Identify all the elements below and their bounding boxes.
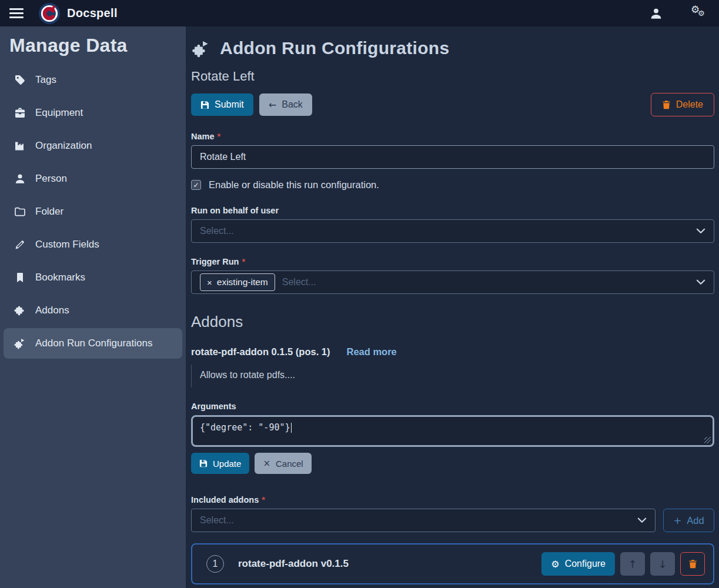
- person-icon: [14, 173, 26, 185]
- arrow-up-icon: ↑: [628, 558, 637, 570]
- puzzle-play-icon: [14, 338, 26, 349]
- sidebar-title: Manage Data: [0, 26, 186, 64]
- included-addon-card: 1 rotate-pdf-addon v0.1.5 ⚙ Configure ↑ …: [191, 543, 714, 584]
- sidebar-item-label: Equipment: [35, 107, 83, 119]
- submit-button[interactable]: Submit: [191, 93, 253, 116]
- update-button[interactable]: Update: [191, 453, 249, 474]
- sidebar-item-label: Tags: [35, 74, 56, 86]
- move-up-button[interactable]: ↑: [620, 552, 645, 576]
- add-addon-button[interactable]: + Add: [663, 509, 714, 532]
- gear-icon: ⚙: [551, 559, 559, 570]
- required-marker: *: [262, 495, 265, 505]
- sidebar-item-custom-fields[interactable]: Custom Fields: [0, 228, 186, 261]
- trash-icon: [688, 559, 697, 569]
- read-more-link[interactable]: Read more: [347, 346, 397, 358]
- user-icon[interactable]: [650, 7, 663, 20]
- delete-button[interactable]: Delete: [651, 93, 714, 116]
- sidebar-item-organization[interactable]: Organization: [0, 129, 186, 162]
- sidebar-item-label: Custom Fields: [35, 239, 99, 250]
- industry-icon: [14, 140, 26, 152]
- sidebar-item-label: Addon Run Configurations: [35, 338, 152, 349]
- pen-icon: [14, 239, 26, 250]
- included-addons-row: Select... + Add: [191, 509, 714, 532]
- resize-handle[interactable]: [704, 437, 711, 443]
- puzzle-icon: [14, 305, 26, 316]
- trigger-run-label: Trigger Run *: [191, 257, 714, 266]
- save-icon: [199, 459, 208, 467]
- name-input[interactable]: Rotate Left: [191, 145, 714, 169]
- run-on-behalf-label: Run on behalf of user: [191, 206, 714, 215]
- main-content: Addon Run Configurations Rotate Left Sub…: [186, 26, 719, 588]
- chevron-down-icon: [637, 517, 647, 523]
- arrow-down-icon: ↓: [658, 558, 667, 570]
- card-actions: ⚙ Configure ↑ ↓: [541, 552, 705, 576]
- trash-icon: [662, 100, 671, 109]
- top-navbar: Docspell ⚙ ⚙: [0, 0, 719, 26]
- name-label: Name *: [191, 132, 714, 141]
- sidebar-item-tags[interactable]: Tags: [0, 64, 186, 96]
- page-header: Addon Run Configurations: [191, 38, 714, 58]
- sidebar-item-addons[interactable]: Addons: [0, 294, 186, 327]
- sidebar-item-label: Person: [35, 173, 67, 185]
- required-marker: *: [218, 132, 221, 141]
- enable-checkbox-label: Enable or disable this run configuration…: [209, 179, 379, 191]
- run-on-behalf-select[interactable]: Select...: [191, 219, 714, 243]
- sidebar-item-addon-run-configurations[interactable]: Addon Run Configurations: [4, 328, 182, 359]
- plus-icon: +: [673, 515, 681, 526]
- docspell-logo[interactable]: [39, 3, 60, 24]
- sidebar-item-label: Addons: [35, 305, 69, 316]
- tag-icon: [14, 74, 26, 86]
- sidebar-item-label: Organization: [35, 140, 92, 152]
- addon-description: Allows to rotate pdfs....: [191, 365, 714, 387]
- cancel-button[interactable]: × Cancel: [255, 453, 311, 474]
- folder-icon: [14, 206, 26, 218]
- remove-addon-button[interactable]: [680, 552, 705, 576]
- text-caret: [291, 423, 292, 433]
- arguments-textarea[interactable]: {"degree": "-90"}: [191, 415, 714, 447]
- briefcase-icon: [14, 107, 26, 119]
- sidebar-item-label: Bookmarks: [35, 272, 85, 283]
- form-toolbar: Submit ← Back Delete: [191, 93, 714, 116]
- page-title: Addon Run Configurations: [220, 38, 449, 58]
- close-icon: ×: [263, 458, 270, 469]
- arrow-left-icon: ←: [269, 99, 276, 111]
- sidebar-nav: Tags Equipment Organization Person Folde…: [0, 64, 186, 359]
- move-down-button[interactable]: ↓: [650, 552, 675, 576]
- back-button[interactable]: ← Back: [259, 93, 312, 116]
- puzzle-play-icon: [191, 39, 211, 58]
- addon-title: rotate-pdf-addon 0.1.5 (pos. 1): [191, 346, 330, 358]
- sidebar-item-bookmarks[interactable]: Bookmarks: [0, 261, 186, 294]
- sidebar-item-folder[interactable]: Folder: [0, 195, 186, 228]
- enable-checkbox-row: ✓ Enable or disable this run configurati…: [191, 179, 714, 191]
- chevron-down-icon: [696, 279, 705, 285]
- sidebar-item-equipment[interactable]: Equipment: [0, 96, 186, 129]
- trigger-chip-existing-item: × existing-item: [200, 273, 275, 291]
- cogs-icon[interactable]: ⚙ ⚙: [690, 5, 710, 22]
- trigger-run-select[interactable]: × existing-item Select...: [191, 270, 714, 294]
- hamburger-icon[interactable]: [9, 6, 24, 21]
- gear-icon: ⚙: [698, 9, 705, 18]
- addons-section-heading: Addons: [191, 313, 714, 331]
- configure-button[interactable]: ⚙ Configure: [541, 552, 615, 576]
- enable-checkbox[interactable]: ✓: [191, 180, 201, 190]
- included-addons-select[interactable]: Select...: [191, 509, 656, 532]
- sidebar-item-person[interactable]: Person: [0, 162, 186, 195]
- included-addons-label: Included addons *: [191, 495, 714, 505]
- sidebar-item-label: Folder: [35, 206, 63, 218]
- save-icon: [200, 101, 209, 109]
- addon-head-row: rotate-pdf-addon 0.1.5 (pos. 1) Read mor…: [191, 346, 714, 358]
- remove-chip-icon[interactable]: ×: [207, 278, 212, 288]
- brand-title[interactable]: Docspell: [67, 6, 118, 20]
- check-icon: ✓: [193, 182, 199, 189]
- bookmark-icon: [14, 272, 26, 283]
- config-subtitle: Rotate Left: [191, 69, 714, 84]
- arguments-label: Arguments: [191, 402, 714, 411]
- sidebar: Manage Data Tags Equipment Organization …: [0, 26, 186, 588]
- required-marker: *: [242, 257, 245, 266]
- chevron-down-icon: [696, 228, 705, 234]
- included-addon-name: rotate-pdf-addon v0.1.5: [238, 558, 349, 570]
- arguments-actions: Update × Cancel: [191, 453, 714, 474]
- position-badge: 1: [206, 555, 224, 573]
